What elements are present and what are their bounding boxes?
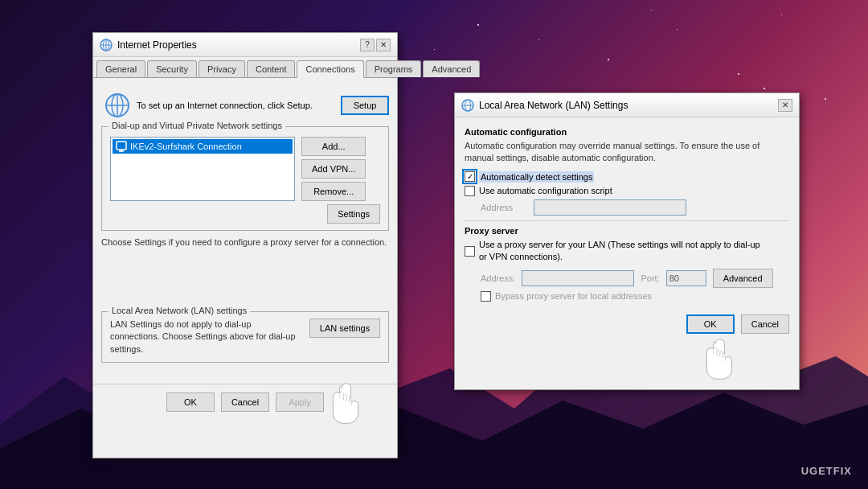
lan-cancel-button[interactable]: Cancel [741, 314, 789, 334]
tab-connections[interactable]: Connections [297, 60, 363, 78]
auto-script-checkbox[interactable] [465, 186, 475, 196]
bypass-checkbox[interactable] [481, 291, 491, 302]
remove-button[interactable]: Remove... [301, 182, 366, 201]
help-button[interactable]: ? [360, 39, 375, 51]
address-row: Address [465, 199, 789, 216]
auto-config-desc: Automatic configuration may override man… [465, 140, 789, 165]
auto-detect-label: Automatically detect settings [479, 171, 594, 183]
dialup-group: Dial-up and Virtual Private Network sett… [101, 126, 389, 231]
lan-settings-button[interactable]: LAN settings [309, 318, 380, 338]
lan-settings-dialog: Local Area Network (LAN) Settings ✕ Auto… [454, 92, 800, 390]
tabs-bar: General Security Privacy Content Connect… [93, 57, 397, 78]
proxy-checkbox-row: Use a proxy server for your LAN (These s… [465, 239, 789, 264]
dialup-content: IKEv2-Surfshark Connection Add... Add VP… [110, 137, 380, 201]
tab-privacy[interactable]: Privacy [199, 60, 245, 77]
proxy-hint: Choose Settings if you need to configure… [101, 237, 389, 247]
address-input[interactable] [534, 199, 686, 216]
setup-section: To set up an Internet connection, click … [101, 92, 389, 118]
auto-script-row: Use automatic configuration script [465, 186, 789, 196]
ok-button[interactable]: OK [166, 392, 215, 412]
add-vpn-button[interactable]: Add VPN... [301, 159, 366, 179]
vpn-item[interactable]: IKEv2-Surfshark Connection [113, 139, 293, 154]
setup-button[interactable]: Setup [341, 96, 389, 115]
lan-bottom-buttons: OK Cancel [465, 314, 789, 334]
titlebar-buttons: ? ✕ [360, 39, 391, 51]
lan-titlebar-buttons: ✕ [778, 99, 792, 112]
svg-rect-10 [117, 142, 126, 150]
lan-content: LAN Settings do not apply to dial-up con… [110, 318, 380, 355]
lan-group: Local Area Network (LAN) settings LAN Se… [101, 311, 389, 363]
proxy-address-input[interactable] [522, 270, 634, 286]
tab-security[interactable]: Security [147, 60, 197, 77]
address-label: Address [481, 203, 529, 212]
lan-ok-button[interactable]: OK [686, 314, 735, 334]
dialup-buttons: Add... Add VPN... Remove... [301, 137, 366, 201]
bottom-buttons: OK Cancel Apply [93, 384, 397, 420]
lan-text: LAN Settings do not apply to dial-up con… [110, 318, 303, 355]
close-button[interactable]: ✕ [376, 39, 391, 51]
settings-row: Settings [110, 204, 380, 224]
bypass-label: Bypass proxy server for local addresses [495, 291, 652, 301]
port-label: Port: [641, 273, 659, 283]
proxy-address-label: Address: [481, 273, 515, 283]
titlebar-left: Internet Properties [100, 39, 197, 51]
bypass-row: Bypass proxy server for local addresses [465, 291, 789, 302]
cancel-button[interactable]: Cancel [221, 392, 269, 412]
setup-text: To set up an Internet connection, click … [137, 101, 313, 110]
proxy-address-row: Address: Port: Advanced [481, 269, 789, 288]
separator [465, 220, 789, 221]
tab-programs[interactable]: Programs [366, 60, 422, 77]
tab-content[interactable]: Content [247, 60, 296, 77]
internet-props-title: Internet Properties [117, 39, 197, 51]
setup-globe-icon [104, 92, 130, 118]
proxy-header: Proxy server [465, 226, 789, 236]
lan-globe-icon [461, 99, 474, 112]
vpn-list[interactable]: IKEv2-Surfshark Connection [110, 137, 295, 201]
lan-titlebar: Local Area Network (LAN) Settings ✕ [455, 93, 799, 117]
port-input[interactable] [666, 270, 706, 286]
lan-title: Local Area Network (LAN) Settings [479, 100, 628, 111]
auto-script-label: Use automatic configuration script [479, 186, 612, 195]
add-button[interactable]: Add... [301, 137, 366, 156]
tab-general[interactable]: General [96, 60, 145, 77]
setup-left: To set up an Internet connection, click … [104, 92, 313, 118]
tab-advanced[interactable]: Advanced [423, 60, 480, 77]
advanced-btn[interactable]: Advanced [713, 269, 773, 288]
network-icon [116, 141, 127, 152]
globe-icon [100, 39, 113, 51]
dialup-group-label: Dial-up and Virtual Private Network sett… [108, 121, 285, 130]
watermark: UGETFIX [801, 465, 852, 477]
internet-properties-dialog: Internet Properties ? ✕ General Security… [92, 32, 398, 458]
connections-content: To set up an Internet connection, click … [93, 78, 397, 377]
auto-config-header: Automatic configuration [465, 127, 789, 137]
lan-group-label: Local Area Network (LAN) settings [108, 306, 250, 315]
apply-button[interactable]: Apply [276, 392, 324, 412]
lan-close-button[interactable]: ✕ [778, 99, 792, 112]
vpn-item-label: IKEv2-Surfshark Connection [130, 142, 242, 151]
proxy-checkbox[interactable] [465, 246, 475, 257]
auto-detect-row: Automatically detect settings [465, 171, 789, 183]
settings-button[interactable]: Settings [327, 204, 380, 224]
lan-content-area: Automatic configuration Automatic config… [455, 117, 799, 343]
lan-titlebar-left: Local Area Network (LAN) Settings [461, 99, 628, 112]
proxy-desc: Use a proxy server for your LAN (These s… [479, 239, 768, 264]
internet-props-titlebar: Internet Properties ? ✕ [93, 33, 397, 57]
auto-detect-checkbox[interactable] [465, 171, 475, 182]
